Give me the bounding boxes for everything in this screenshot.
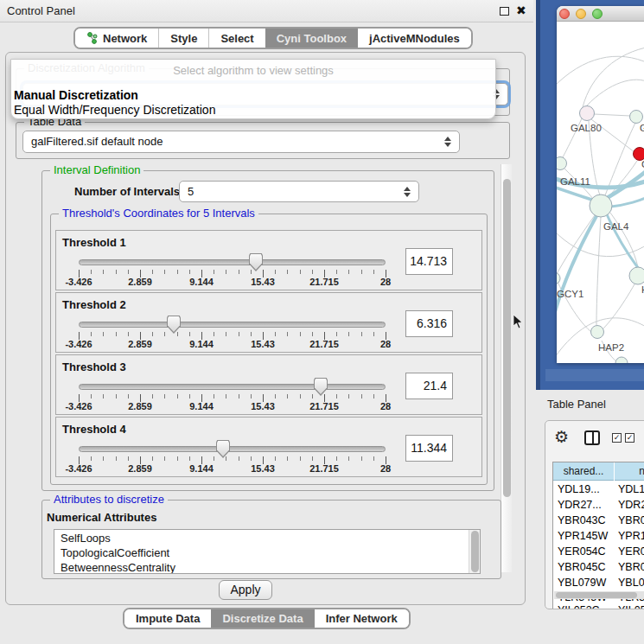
- num-intervals-combobox[interactable]: 5: [179, 181, 419, 202]
- node-hap2[interactable]: [591, 326, 604, 339]
- tick-label: 2.859: [114, 463, 166, 474]
- tick-label: 9.144: [175, 463, 227, 474]
- table-cell[interactable]: YBL079W: [618, 575, 644, 590]
- tick-label: -3.426: [53, 277, 105, 287]
- threshold-1-label: Threshold 1: [62, 236, 126, 249]
- tick-label: 15.43: [237, 277, 289, 287]
- tab-cyni-toolbox[interactable]: Cyni Toolbox: [265, 29, 358, 48]
- node-gal4[interactable]: [590, 194, 612, 217]
- table-cell[interactable]: YPR145W: [618, 528, 644, 544]
- column-header-name[interactable]: na: [615, 462, 644, 481]
- minimize-traffic-light-icon[interactable]: [576, 9, 586, 19]
- network-icon: [86, 32, 99, 44]
- node-partial[interactable]: [615, 357, 628, 363]
- tick-label: 21.715: [298, 277, 350, 287]
- table-panel-title: Table Panel: [547, 398, 606, 411]
- table-cell[interactable]: YBR045C: [558, 559, 606, 575]
- content-scrollbar[interactable]: [501, 164, 512, 572]
- threshold-3-value-field[interactable]: 21.4: [405, 373, 453, 399]
- checkbox-icon[interactable]: ✓: [612, 433, 622, 443]
- apply-button[interactable]: Apply: [219, 580, 272, 600]
- threshold-4-value-field[interactable]: 11.344: [405, 435, 453, 462]
- close-icon[interactable]: ✖: [516, 3, 526, 17]
- threshold-2-slider-track[interactable]: [79, 322, 386, 328]
- float-window-icon[interactable]: [500, 7, 509, 16]
- table-cell[interactable]: YBR043C: [618, 513, 644, 528]
- table-hscrollbar[interactable]: [554, 591, 644, 599]
- threshold-2-slider-handle[interactable]: [167, 316, 181, 334]
- algorithm-hint: Select algorithm to view settings: [11, 64, 495, 77]
- threshold-2-value-field[interactable]: 6.316: [405, 310, 453, 337]
- list-item[interactable]: TopologicalCoefficient: [61, 546, 169, 559]
- table-cell[interactable]: YBL079W: [558, 575, 606, 590]
- table-cell[interactable]: YER054C: [618, 544, 644, 559]
- node-label-gcy1: GCY1: [557, 289, 583, 299]
- list-scrollbar[interactable]: [469, 530, 480, 573]
- list-scrollbar-thumb[interactable]: [471, 531, 479, 572]
- threshold-1-slider-handle[interactable]: [249, 253, 263, 271]
- node-label-partial-g: G.: [640, 123, 644, 133]
- threshold-4-slider-track[interactable]: [79, 446, 386, 452]
- tab-jactivemnodules[interactable]: jActiveMNodules: [358, 29, 471, 48]
- table-cell[interactable]: YDR27...: [558, 497, 602, 513]
- tab-impute-data[interactable]: Impute Data: [124, 609, 211, 628]
- list-item[interactable]: SelfLoops: [61, 532, 111, 545]
- bottom-tabbar: Impute Data Discretize Data Infer Networ…: [123, 608, 411, 629]
- table-cell[interactable]: YDR27...: [618, 497, 644, 513]
- num-intervals-label: Number of Intervals: [74, 185, 180, 198]
- node-gcy1[interactable]: [557, 272, 560, 284]
- threshold-1-slider-track[interactable]: [79, 259, 386, 265]
- table-cell[interactable]: YIL052C: [618, 603, 644, 609]
- node-gal11[interactable]: [557, 157, 567, 170]
- column-header-shared[interactable]: shared...: [553, 462, 614, 481]
- gear-icon[interactable]: ⚙: [554, 429, 569, 445]
- threshold-3-slider-handle[interactable]: [314, 378, 328, 396]
- network-canvas[interactable]: GAL80 G. C GAL11 GAL4 GCY1 H HAP2: [557, 22, 644, 363]
- list-item[interactable]: BetweennessCentrality: [61, 561, 175, 574]
- numerical-attributes-list[interactable]: SelfLoops TopologicalCoefficient Between…: [54, 529, 481, 574]
- tab-infer-network[interactable]: Infer Network: [315, 609, 409, 628]
- tab-style[interactable]: Style: [158, 29, 208, 48]
- tab-select[interactable]: Select: [208, 29, 265, 48]
- table-cell[interactable]: YDL19...: [618, 481, 644, 497]
- tab-discretize-data[interactable]: Discretize Data: [211, 609, 314, 628]
- table-hscrollbar-thumb[interactable]: [556, 592, 637, 598]
- close-traffic-light-icon[interactable]: [559, 9, 570, 19]
- network-graph: GAL80 G. C GAL11 GAL4 GCY1 H HAP2: [557, 22, 644, 363]
- control-panel-titlebar: Control Panel ✖: [0, 0, 533, 22]
- tick-label: 2.859: [114, 339, 166, 349]
- threshold-3-slider-track[interactable]: [79, 384, 386, 390]
- tick-label: 9.144: [175, 401, 227, 411]
- table-cell[interactable]: YBR045C: [618, 559, 644, 575]
- tick-label: 9.144: [175, 277, 227, 287]
- tick-label: 2.859: [114, 401, 166, 411]
- node-h[interactable]: [629, 267, 644, 284]
- scrollbar-thumb[interactable]: [503, 179, 511, 497]
- node-gal80[interactable]: [580, 106, 595, 121]
- combo-arrows-icon: [404, 186, 411, 198]
- node-green[interactable]: [630, 111, 643, 124]
- table-data-combobox[interactable]: galFiltered.sif default node: [22, 131, 460, 153]
- screen: Control Panel ✖ Network Style Select Cyn…: [0, 0, 644, 644]
- column-selector-icon[interactable]: [584, 430, 600, 445]
- panel-title: Control Panel: [7, 4, 75, 17]
- threshold-1-value-field[interactable]: 14.713: [405, 248, 453, 275]
- table-cell[interactable]: YER054C: [558, 544, 606, 559]
- option-manual-discretization[interactable]: Manual Discretization: [14, 88, 138, 102]
- tick-label: 28: [360, 463, 411, 474]
- table-cell[interactable]: YIL052C: [558, 603, 600, 609]
- tab-network-label: Network: [103, 32, 147, 45]
- table-cell[interactable]: YDL19...: [558, 481, 600, 497]
- tick-label: 21.715: [298, 463, 350, 474]
- tick-label: -3.426: [53, 401, 105, 411]
- checkbox-icon[interactable]: ✓: [625, 433, 634, 443]
- threshold-4-slider-handle[interactable]: [216, 440, 230, 458]
- zoom-traffic-light-icon[interactable]: [592, 9, 603, 19]
- tab-network[interactable]: Network: [75, 29, 158, 48]
- numerical-attributes-label: Numerical Attributes: [47, 511, 156, 524]
- table-cell[interactable]: YBR043C: [558, 513, 606, 528]
- node-label-gal11: GAL11: [560, 176, 590, 187]
- network-window-titlebar: [557, 6, 644, 22]
- option-equal-width-frequency[interactable]: Equal Width/Frequency Discretization: [14, 103, 215, 117]
- table-cell[interactable]: YPR145W: [558, 528, 608, 544]
